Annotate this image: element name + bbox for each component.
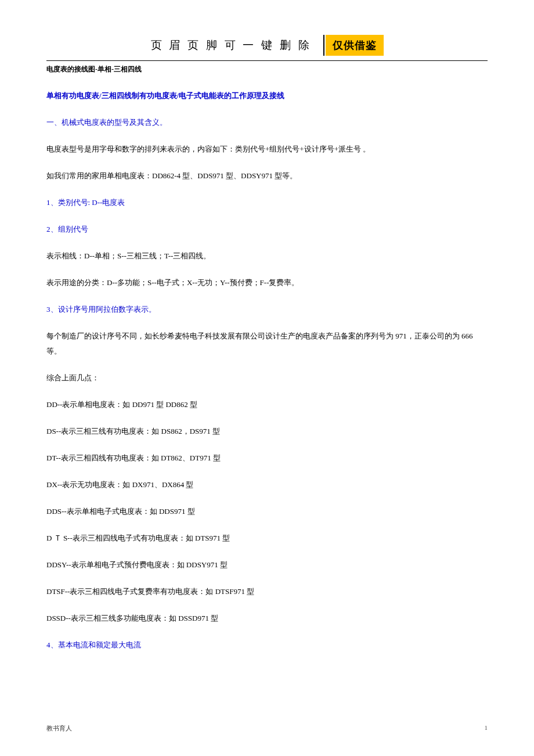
body-text: DS--表示三相三线有功电度表：如 DS862，DS971 型: [46, 424, 488, 439]
document-name: 电度表的接线图-单相-三相四线: [46, 64, 488, 74]
body-text: DT--表示三相四线有功电度表：如 DT862、DT971 型: [46, 451, 488, 466]
list-item: 3、设计序号用阿拉伯数字表示。: [46, 302, 488, 317]
body-text: D Ｔ S--表示三相四线电子式有功电度表：如 DTS971 型: [46, 531, 488, 546]
list-item: 2、组别代号: [46, 222, 488, 237]
footer-left: 教书育人: [46, 724, 72, 733]
body-text: DTSF--表示三相四线电子式复费率有功电度表：如 DTSF971 型: [46, 584, 488, 599]
main-title: 单相有功电度表/三相四线制有功电度表/电子式电能表的工作原理及接线: [46, 88, 488, 103]
document-content: 单相有功电度表/三相四线制有功电度表/电子式电能表的工作原理及接线 一、机械式电…: [46, 88, 488, 653]
list-item: 1、类别代号: D--电度表: [46, 195, 488, 210]
page-number: 1: [485, 724, 488, 733]
body-text: 如我们常用的家用单相电度表：DD862-4 型、DDS971 型、DDSY971…: [46, 168, 488, 183]
section-heading: 一、机械式电度表的型号及其含义。: [46, 115, 488, 130]
header-badge: 仅供借鉴: [326, 35, 384, 56]
footer: 教书育人 1: [46, 724, 488, 733]
body-text: DDS--表示单相电子式电度表：如 DDS971 型: [46, 504, 488, 519]
body-text: DSSD--表示三相三线多功能电度表：如 DSSD971 型: [46, 611, 488, 626]
body-text: 每个制造厂的设计序号不同，如长纱希麦特电子科技发展有限公司设计生产的电度表产品备…: [46, 329, 488, 359]
header-title: 页 眉 页 脚 可 一 键 删 除: [151, 38, 312, 53]
body-text: 综合上面几点：: [46, 370, 488, 386]
badge-separator: [323, 35, 324, 56]
body-text: DDSY--表示单相电子式预付费电度表：如 DDSY971 型: [46, 557, 488, 573]
list-item: 4、基本电流和额定最大电流: [46, 638, 488, 653]
header-divider: [46, 60, 488, 61]
document-page: 页 眉 页 脚 可 一 键 删 除 仅供借鉴 电度表的接线图-单相-三相四线 单…: [0, 0, 534, 687]
body-text: DD--表示单相电度表：如 DD971 型 DD862 型: [46, 397, 488, 412]
header-row: 页 眉 页 脚 可 一 键 删 除 仅供借鉴: [46, 35, 488, 56]
body-text: 表示用途的分类：D--多功能；S--电子式；X--无功；Y--预付费；F--复费…: [46, 275, 488, 290]
header-badge-wrap: 仅供借鉴: [323, 35, 384, 56]
body-text: 表示相线：D--单相；S--三相三线；T--三相四线。: [46, 249, 488, 264]
body-text: DX--表示无功电度表：如 DX971、DX864 型: [46, 477, 488, 492]
body-text: 电度表型号是用字母和数字的排列来表示的，内容如下：类别代号+组别代号+设计序号+…: [46, 142, 488, 157]
